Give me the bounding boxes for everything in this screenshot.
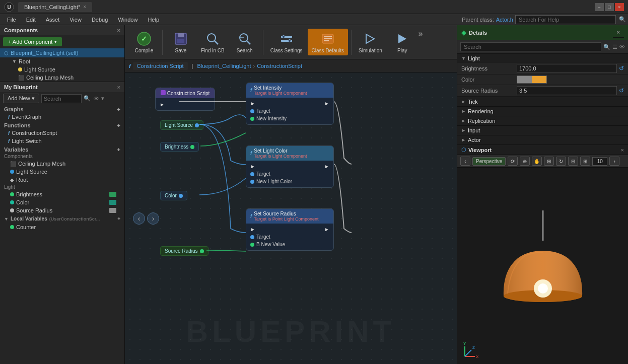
breadcrumb-tab[interactable]: Construction Script [133,62,188,70]
set-intensity-node[interactable]: f Set Intensity Target is Light Componen… [246,83,334,125]
menu-asset[interactable]: Asset [41,16,65,24]
set-source-radius-node[interactable]: f Set Source Radius Target is Point Ligh… [246,208,334,251]
breadcrumb-script[interactable]: ConstructionScript [257,63,302,69]
mesh-icon: ⬛ [18,75,24,81]
var-brightness-eye[interactable] [109,192,116,197]
var-brightness[interactable]: Brightness [0,190,124,198]
prop-brightness-reset[interactable]: ↺ [619,65,624,72]
filter-icon[interactable]: ▾ [101,95,104,102]
my-blueprint-close[interactable]: × [117,84,120,90]
menu-window[interactable]: Window [113,16,143,24]
vp-zoom-btn[interactable]: ⊕ [520,157,530,166]
var-source-radius-eye[interactable] [109,208,116,213]
eye-icon[interactable]: 👁 [94,96,99,102]
find-in-cb-button[interactable]: Find in CB [197,29,229,55]
details-search-icon[interactable]: 🔍 [603,44,610,50]
var-light-source[interactable]: Light Source [0,168,124,176]
search-for-help-input[interactable] [515,15,616,24]
prop-source-radius-reset[interactable]: ↺ [619,87,624,94]
color-swatch[interactable] [517,76,547,84]
var-root[interactable]: ◆ Root [0,176,124,184]
event-graph-item[interactable]: f EventGraph [0,113,124,121]
var-color-eye[interactable] [109,200,116,205]
vp-scale-btn[interactable]: ⊟ [568,157,578,166]
save-button[interactable]: Save [166,29,196,55]
parent-class-value[interactable]: Actor.h [496,17,513,23]
var-node-brightness[interactable]: Brightness [160,142,199,152]
minimize-button[interactable]: − [595,3,604,11]
var-source-radius[interactable]: Source Radius [0,206,124,214]
maximize-button[interactable]: □ [605,3,614,11]
add-new-button[interactable]: Add New ▾ [3,94,39,103]
add-component-button[interactable]: + Add Component ▾ [3,37,62,46]
prop-source-radius-input[interactable] [517,86,617,95]
simulation-button[interactable]: Simulation [355,29,386,55]
replication-header[interactable]: ► Replication [457,116,628,125]
vp-zoom-level[interactable] [592,157,607,166]
play-button[interactable]: Play [387,29,417,55]
my-blueprint-search[interactable] [41,94,82,103]
menu-edit[interactable]: Edit [21,16,41,24]
blueprint-canvas[interactable]: ‹ › Construction Script ► f [125,72,457,364]
search-button[interactable]: Search [230,29,260,55]
var-node-light-source[interactable]: Light Source [160,120,203,130]
compile-button[interactable]: ✓ Compile [129,29,159,55]
tree-item-light-source[interactable]: Light Source [0,65,124,74]
func-light-switch[interactable]: f Light Switch [0,137,124,145]
close-button[interactable]: × [615,3,624,11]
perspective-button[interactable]: Perspective [472,157,506,166]
vp-move-btn[interactable]: ⊞ [544,157,554,166]
vp-pan-btn[interactable]: ✋ [532,157,542,166]
tab-close[interactable]: × [83,4,86,10]
search-icon-small[interactable]: 🔍 [84,95,91,102]
menu-file[interactable]: File [2,16,21,24]
blueprint-tab[interactable]: Blueprint_CeilingLight* × [18,2,92,12]
rendering-header[interactable]: ► Rendering [457,107,628,116]
tree-item-ceiling-lamp-mesh[interactable]: ⬛ Ceiling Lamp Mesh [0,74,124,82]
prop-brightness-input[interactable] [517,64,617,73]
graphs-add-button[interactable]: + [117,106,120,112]
var-node-color-label: Color [165,193,177,198]
var-color[interactable]: Color [0,198,124,206]
input-header[interactable]: ► Input [457,126,628,135]
vp-grid-btn[interactable]: ⊞ [580,157,590,166]
vp-back-btn[interactable]: ‹ [460,157,470,166]
menu-view[interactable]: View [64,16,87,24]
variables-add-button[interactable]: + [117,147,120,153]
var-node-source-radius[interactable]: Source Radius [160,246,208,256]
details-search-input[interactable] [460,42,601,51]
nav-arrow-right[interactable]: › [147,212,159,225]
vp-expand-btn[interactable]: › [609,157,619,166]
menu-debug[interactable]: Debug [87,16,113,24]
ssr-exec-row: ► ► [250,226,329,233]
local-vars-add[interactable]: + [117,216,120,222]
search-icon[interactable]: 🔍 [619,16,626,23]
construction-script-node[interactable]: Construction Script ► [155,88,215,111]
set-light-color-node[interactable]: f Set Light Color Target is Light Compon… [246,145,334,188]
details-list-view[interactable]: ☰ [612,44,617,50]
viewport-close[interactable]: × [621,147,624,153]
light-section-header[interactable]: ▼ Light [457,54,628,63]
tree-item-root[interactable]: ▼ Root [0,57,124,65]
menu-help[interactable]: Help [143,16,164,24]
nav-arrow-left[interactable]: ‹ [133,212,145,225]
vp-orbit-btn[interactable]: ⟳ [508,157,518,166]
class-settings-button[interactable]: Class Settings [266,29,307,55]
components-close[interactable]: × [117,27,120,33]
functions-add-button[interactable]: + [117,122,120,128]
actor-header[interactable]: ► Actor [457,135,628,144]
breadcrumb-blueprint[interactable]: Blueprint_CeilingLight [197,63,251,69]
more-button[interactable]: » [418,29,423,38]
details-eye[interactable]: 👁 [619,44,625,50]
class-defaults-button[interactable]: Class Defaults [308,29,348,55]
var-counter[interactable]: Counter [0,223,124,231]
tick-header[interactable]: ► Tick [457,97,628,106]
si-intensity-label: New Intensity [256,116,287,121]
details-close[interactable]: × [613,27,624,38]
var-node-color[interactable]: Color [160,191,187,200]
vp-rotate-btn[interactable]: ↻ [556,157,566,166]
toolbar-sep-2 [263,30,263,55]
var-ceiling-lamp-mesh[interactable]: ⬛ Ceiling Lamp Mesh [0,160,124,168]
self-item[interactable]: ⬡ Blueprint_CeilingLight (self) [0,48,124,57]
func-construction-script[interactable]: f ConstructionScript [0,129,124,137]
